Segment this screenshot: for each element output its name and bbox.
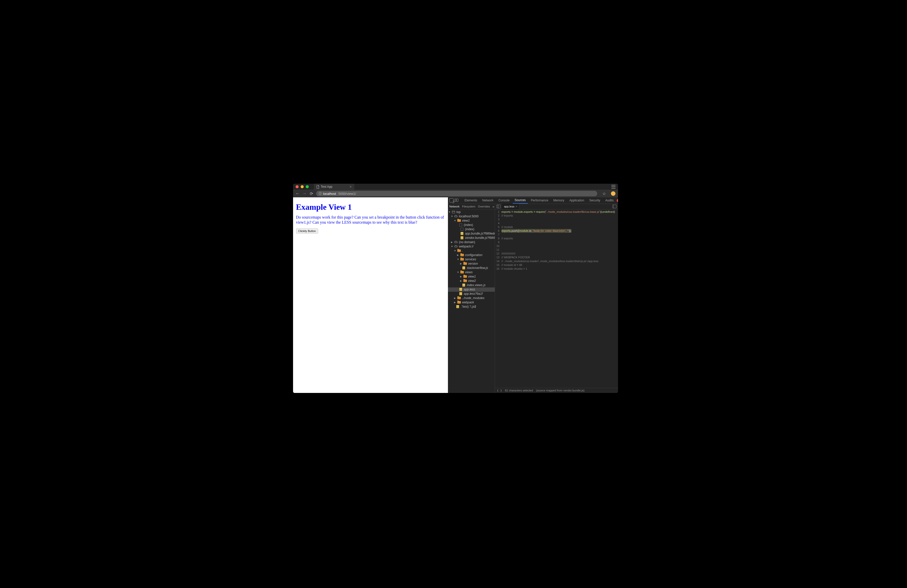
cloud-icon — [454, 241, 458, 244]
tree-webpack-dir[interactable]: ▶webpack — [448, 300, 495, 304]
tree-configuration[interactable]: ▶configuration — [448, 253, 495, 257]
browser-window: Test App × ← → ⟳ ⓘ localhost:5000/view1/… — [293, 184, 618, 393]
tab-bar: Test App × — [293, 184, 618, 190]
tree-webpack[interactable]: ▼webpack:// — [448, 244, 495, 249]
minimize-window-button[interactable] — [301, 185, 304, 188]
tree-index-views[interactable]: index.views.js — [448, 283, 495, 287]
tab-application[interactable]: Application — [567, 197, 587, 203]
url-host: localhost — [323, 192, 336, 195]
device-toolbar-icon[interactable] — [455, 199, 458, 202]
browser-tab[interactable]: Test App × — [314, 184, 354, 190]
tree-view2[interactable]: ▶view2 — [448, 279, 495, 283]
tree-vendor-bundle[interactable]: vendor.bundle.js?f989edc58ce3609 — [448, 236, 495, 240]
tree-stackoverflow[interactable]: stackoverflow.js — [448, 266, 495, 270]
maximize-window-button[interactable] — [306, 185, 309, 188]
tab-audits[interactable]: Audits — [603, 197, 616, 203]
tree-top[interactable]: ▼top — [448, 210, 495, 214]
tree-index-a[interactable]: (index) — [448, 223, 495, 227]
tab-memory[interactable]: Memory — [551, 197, 566, 203]
tree-views[interactable]: ▼views — [448, 270, 495, 274]
subtab-overrides[interactable]: Overrides — [478, 205, 490, 208]
reload-button[interactable]: ⟳ — [310, 191, 313, 196]
clickity-button[interactable]: Clickity Button — [296, 229, 318, 234]
tab-elements[interactable]: Elements — [463, 197, 479, 203]
file-tree[interactable]: ▼top ▼localhost:5000 ▼view1 (index) (ind… — [448, 210, 495, 393]
element-picker-icon[interactable] — [449, 199, 454, 202]
tab-console[interactable]: Console — [497, 197, 512, 203]
url-path: :5000/view1/ — [338, 192, 356, 195]
content-area: Example View 1 Do sourcemaps work for th… — [293, 197, 618, 393]
cloud-icon — [454, 215, 458, 218]
code-editor[interactable]: 12345678910111213141516 exports = module… — [495, 210, 618, 393]
tab-sources[interactable]: Sources — [513, 197, 528, 203]
cloud-icon — [454, 245, 458, 248]
tree-view1[interactable]: ▶view1 — [448, 274, 495, 279]
subtab-filesystem[interactable]: Filesystem — [462, 205, 476, 208]
bookmark-icon[interactable]: ☆ — [602, 191, 606, 196]
tree-app-less[interactable]: app.less — [448, 287, 495, 292]
devtools: Elements Network Console Sources Perform… — [448, 197, 618, 393]
error-badge[interactable]: 1 — [617, 199, 618, 202]
tree-testjs[interactable]: ."test)."\.js$ — [448, 304, 495, 309]
tree-node-modules[interactable]: ▶../node_modules — [448, 296, 495, 300]
code-lines[interactable]: exports = module.exports = require("../n… — [501, 210, 618, 388]
toggle-debugger-icon[interactable] — [612, 205, 617, 208]
more-subtabs-icon[interactable]: » — [492, 205, 494, 208]
devtools-tabbar: Elements Network Console Sources Perform… — [448, 197, 618, 204]
tree-services[interactable]: ▼services — [448, 257, 495, 262]
tree-version[interactable]: ▶version — [448, 262, 495, 266]
tree-app-bundle[interactable]: app.bundle.js?f989edc58ce36096a — [448, 232, 495, 236]
toggle-navigator-icon[interactable] — [497, 205, 501, 208]
tab-security[interactable]: Security — [587, 197, 602, 203]
site-info-icon[interactable]: ⓘ — [319, 192, 322, 196]
tab-title: Test App — [321, 185, 333, 189]
address-bar: ← → ⟳ ⓘ localhost:5000/view1/ ☆ — [293, 190, 618, 197]
tree-index-b[interactable]: (index) — [448, 227, 495, 232]
url-input[interactable]: ⓘ localhost:5000/view1/ — [316, 191, 597, 196]
tree-view1-folder[interactable]: ▼view1 — [448, 219, 495, 223]
forward-button[interactable]: → — [303, 191, 307, 196]
tab-network[interactable]: Network — [480, 197, 495, 203]
close-file-tab-icon[interactable]: × — [516, 205, 517, 208]
tree-dot[interactable]: ▼. — [448, 249, 495, 253]
tree-domain[interactable]: ▼localhost:5000 — [448, 214, 495, 219]
tree-app-less-q[interactable]: app.less?9a1f — [448, 292, 495, 296]
file-tab-app-less[interactable]: app.less × — [502, 203, 519, 209]
rendered-page: Example View 1 Do sourcemaps work for th… — [293, 197, 448, 393]
sources-body: ▼top ▼localhost:5000 ▼view1 (index) (ind… — [448, 210, 618, 393]
navigator-tabs: Network Filesystem Overrides » ⋮ — [448, 204, 495, 209]
subtab-network[interactable]: Network — [449, 205, 460, 208]
sources-subbar: Network Filesystem Overrides » ⋮ app.les… — [448, 204, 618, 210]
window-controls — [293, 185, 309, 188]
tab-performance[interactable]: Performance — [529, 197, 550, 203]
doc-icon — [316, 185, 319, 188]
tree-nodomain[interactable]: ▶(no domain) — [448, 240, 495, 244]
selection-count: 61 characters selected — [505, 389, 533, 392]
window-menu-icon[interactable] — [611, 185, 615, 189]
editor-tabs: app.less × — [495, 204, 618, 209]
sourcemap-info: (source mapped from vendor.bundle.js) — [536, 389, 584, 392]
file-tab-label: app.less — [504, 205, 514, 208]
page-paragraph: Do sourcemaps work for this page? Can yo… — [296, 215, 445, 225]
page-heading: Example View 1 — [296, 202, 445, 212]
profile-avatar[interactable] — [611, 191, 615, 196]
close-tab-icon[interactable]: × — [349, 185, 351, 189]
close-window-button[interactable] — [296, 185, 299, 188]
pretty-print-icon[interactable]: { } — [497, 389, 502, 392]
back-button[interactable]: ← — [296, 191, 300, 196]
editor-statusbar: { } 61 characters selected (source mappe… — [495, 388, 618, 393]
line-gutter: 12345678910111213141516 — [495, 210, 501, 388]
